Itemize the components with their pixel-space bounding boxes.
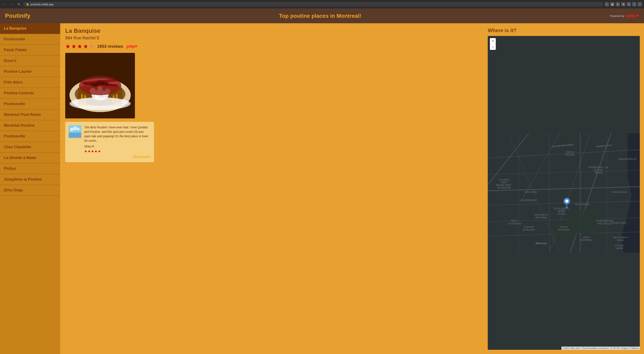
- url-text: poutinify.netlify.app: [30, 3, 54, 6]
- map-zoom-controls: + −: [490, 38, 496, 50]
- poutine-photo: [65, 53, 135, 118]
- extension-icon-1[interactable]: ▦: [610, 2, 614, 6]
- svg-text:GAY VILLAGE: GAY VILLAGE: [575, 203, 590, 206]
- star-2: ★: [71, 43, 76, 50]
- zoom-in-button[interactable]: +: [490, 38, 496, 44]
- sidebar-item-poutineville-3[interactable]: Poutineville: [0, 131, 60, 142]
- svg-text:OUTREMONT: OUTREMONT: [521, 199, 537, 202]
- svg-text:Université: Université: [524, 226, 534, 228]
- map-attribution: Leaflet | Map data © OpenStreetMap contr…: [562, 346, 640, 350]
- star-1: ★: [65, 43, 70, 50]
- review-star-3: ★: [91, 149, 94, 153]
- svg-text:de Montréal: de Montréal: [523, 228, 535, 231]
- svg-text:Island: Island: [617, 239, 624, 241]
- main-container: La Banquise Poutineville Patati Patata D…: [0, 23, 644, 354]
- svg-text:SPECTACLES: SPECTACLES: [598, 222, 612, 225]
- yelp-inline-logo: yelp✳: [126, 44, 137, 49]
- profile-icon[interactable]: 👤: [632, 2, 636, 6]
- lock-icon: 🔒: [26, 3, 29, 6]
- svg-text:ROYAL: ROYAL: [558, 212, 566, 215]
- map-area: Where is it?: [488, 23, 644, 354]
- svg-text:VIEUX-: VIEUX-: [582, 236, 590, 239]
- restaurant-image: [65, 53, 135, 118]
- browser-toolbar: ☆ ▦ ● ❋ ✦ 👤 ⋮: [605, 2, 642, 6]
- svg-point-26: [77, 127, 80, 130]
- extension-icon-2[interactable]: ●: [616, 2, 620, 6]
- url-bar[interactable]: 🔒 poutinify.netlify.app: [23, 2, 603, 7]
- svg-text:EXTENSION: EXTENSION: [508, 222, 521, 225]
- app-header: Poutinify Top poutine places in Montreal…: [0, 9, 644, 23]
- svg-text:ROSEMONT—LA: ROSEMONT—LA: [589, 166, 608, 168]
- sidebar-item-dunns[interactable]: Dunn's: [0, 56, 60, 66]
- sidebar-item-dirty-dogs[interactable]: Dirty Dogs: [0, 185, 60, 196]
- svg-text:QUARTIER DES: QUARTIER DES: [596, 220, 614, 222]
- reviewer-name: Shay R.: [84, 145, 150, 148]
- sidebar-item-chez-claudette[interactable]: Chez Claudette: [0, 142, 60, 153]
- restaurant-address: 994 Rue Rachel E: [65, 36, 483, 40]
- svg-text:VILLERAY-: VILLERAY-: [498, 179, 510, 181]
- app-logo: Poutinify: [5, 13, 30, 19]
- review-count: 1953 reviews: [97, 44, 123, 49]
- sidebar: La Banquise Poutineville Patati Patata D…: [0, 23, 60, 354]
- sidebar-item-patati-patata[interactable]: Patati Patata: [0, 45, 60, 56]
- read-more-button[interactable]: Read more: [84, 155, 150, 159]
- svg-text:EXTENSION: EXTENSION: [498, 187, 511, 189]
- rating-row: ★ ★ ★ ★ ★ 1953 reviews yelp✳: [65, 43, 483, 50]
- svg-text:HAVRE: HAVRE: [616, 247, 623, 250]
- svg-text:MILE-END: MILE-END: [525, 191, 537, 193]
- svg-point-21: [72, 98, 128, 108]
- svg-point-83: [565, 200, 568, 203]
- sidebar-item-poutine-centrale[interactable]: Poutine Centrale: [0, 88, 60, 99]
- sidebar-item-la-banquise[interactable]: La Banquise: [0, 23, 60, 34]
- map-svg: VILLERAY- SAINT- MICHEL-PARC- EXTENSION …: [488, 36, 640, 350]
- zoom-out-button[interactable]: −: [490, 44, 496, 50]
- review-star-5: ★: [98, 149, 101, 153]
- refresh-button[interactable]: ↻: [16, 2, 21, 7]
- sidebar-item-montreal-pool-room[interactable]: Montreal Pool Room: [0, 110, 60, 120]
- svg-text:Montreal: Montreal: [536, 242, 547, 245]
- yelp-logo: yelp✳: [626, 13, 639, 19]
- svg-text:PARC-: PARC-: [511, 220, 518, 222]
- sidebar-item-josephine-la-poutine[interactable]: Josephine la Poutine: [0, 174, 60, 185]
- star-5: ★: [89, 43, 94, 50]
- extension-icon-4[interactable]: ✦: [627, 2, 631, 6]
- bookmark-icon[interactable]: ☆: [605, 2, 609, 6]
- reviewer-avatar: [68, 125, 81, 138]
- powered-by-label: Powered by: [610, 14, 624, 18]
- svg-text:MONTRÉAL: MONTRÉAL: [580, 239, 592, 241]
- map-container[interactable]: VILLERAY- SAINT- MICHEL-PARC- EXTENSION …: [488, 36, 640, 350]
- sidebar-item-montreal-poutine[interactable]: Montréal Poutine: [0, 120, 60, 131]
- svg-rect-23: [68, 133, 81, 138]
- back-button[interactable]: ←: [2, 2, 8, 7]
- svg-text:Mont-Royal: Mont-Royal: [536, 216, 547, 219]
- review-content: The Best Poutine I have ever had. I love…: [84, 125, 150, 159]
- sidebar-item-frite-alors[interactable]: Frite Alors: [0, 77, 60, 88]
- svg-text:Montreal: Montreal: [566, 153, 574, 156]
- menu-icon[interactable]: ⋮: [638, 2, 642, 6]
- svg-text:DOWNTOWN: DOWNTOWN: [612, 222, 626, 224]
- svg-text:HOCHELAGA: HOCHELAGA: [612, 191, 627, 193]
- extension-icon-3[interactable]: ❋: [621, 2, 626, 6]
- svg-text:PETITE-: PETITE-: [594, 168, 604, 171]
- svg-text:MICHEL-PARC-: MICHEL-PARC-: [496, 184, 512, 186]
- svg-text:Saint-Hélèn's: Saint-Hélèn's: [613, 236, 628, 239]
- star-4: ★: [83, 43, 88, 50]
- svg-text:Sanctuaire du: Sanctuaire du: [534, 213, 548, 216]
- app-title: Top poutine places in Montreal!: [30, 13, 610, 19]
- powered-by: Powered by yelp✳: [610, 13, 639, 19]
- review-star-4: ★: [94, 149, 97, 153]
- sidebar-item-poutineville-1[interactable]: Poutineville: [0, 34, 60, 45]
- sidebar-item-phillys[interactable]: Phillys: [0, 163, 60, 174]
- svg-text:SAINT-: SAINT-: [501, 181, 508, 184]
- restaurant-name: La Banquise: [65, 28, 483, 34]
- review-star-1: ★: [84, 149, 87, 153]
- sidebar-item-poutineville-2[interactable]: Poutineville: [0, 99, 60, 110]
- forward-button[interactable]: →: [9, 2, 15, 7]
- sidebar-item-poutine-laurier[interactable]: Poutine Laurier: [0, 66, 60, 77]
- svg-text:Parc du: Parc du: [560, 226, 568, 228]
- svg-point-25: [73, 126, 77, 130]
- review-stars: ★ ★ ★ ★ ★: [84, 149, 150, 153]
- sidebar-item-la-dinette-a-mado[interactable]: La Dînette à Mado: [0, 153, 60, 163]
- star-3: ★: [77, 43, 82, 50]
- review-star-2: ★: [88, 149, 90, 153]
